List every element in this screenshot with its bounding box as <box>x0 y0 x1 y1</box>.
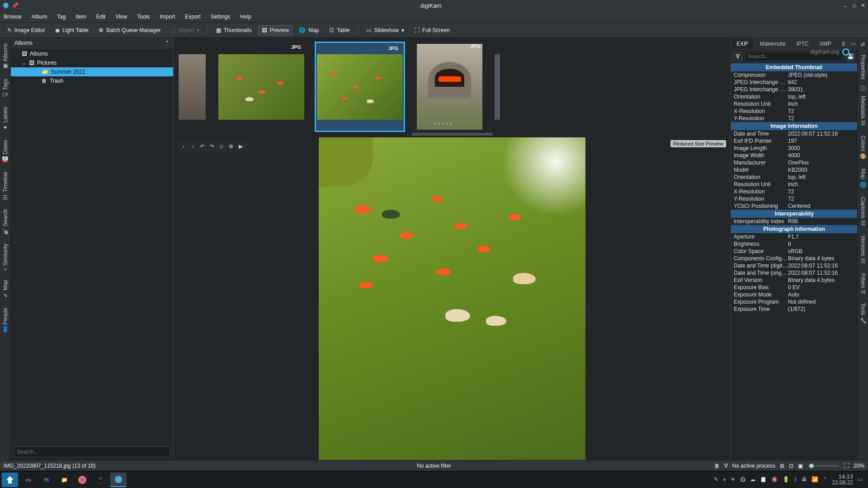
record-icon[interactable]: ● <box>723 476 726 483</box>
meta-row[interactable]: Exposure ProgramNot defined <box>731 298 857 305</box>
meta-row[interactable]: Interoperability IndexR98 <box>731 218 857 225</box>
tab-xmp[interactable]: XMP <box>814 38 837 49</box>
tab-properties[interactable]: Propertiesⓘ <box>858 51 868 90</box>
meta-row[interactable]: Exif VersionBinary data 4 bytes <box>731 277 857 284</box>
thumbnail-partial[interactable] <box>494 42 500 132</box>
meta-row[interactable]: YCbCr PositioningCentered <box>731 202 857 210</box>
printer-icon[interactable]: 🖶 <box>802 476 807 483</box>
wifi-icon[interactable]: 📶 <box>811 476 818 483</box>
task-discover[interactable]: 🛍 <box>38 473 54 487</box>
tab-similarity[interactable]: ≈Similarity <box>1 240 9 274</box>
menu-edit[interactable]: Edit <box>96 14 106 20</box>
thumbs-scrollbar[interactable] <box>411 133 493 136</box>
rotate-left-button[interactable]: ↶ <box>198 142 207 150</box>
zoom-full-icon[interactable]: ⛶ <box>844 463 849 469</box>
tab-versions[interactable]: Versions☰ <box>859 232 867 268</box>
menu-help[interactable]: Help <box>240 14 251 20</box>
menu-tools[interactable]: Tools <box>137 14 150 20</box>
tab-map[interactable]: ✎Map <box>1 276 9 302</box>
app-launcher[interactable] <box>2 473 18 487</box>
meta-row[interactable]: Image Length3000 <box>731 145 857 152</box>
meta-row[interactable]: Exposure ModeAuto <box>731 291 857 298</box>
tree-pictures[interactable]: ⌄ 🖼 Pictures <box>11 58 173 67</box>
clipboard-icon[interactable]: 📋 <box>760 476 767 483</box>
task-phone[interactable]: 📱 <box>92 473 108 487</box>
tab-tools[interactable]: Tools🔧 <box>859 299 867 328</box>
tab-exiftool[interactable]: E <box>837 38 851 49</box>
album-search-input[interactable] <box>14 446 170 457</box>
tree-root[interactable]: 🖼 Albums <box>11 49 173 58</box>
menu-import[interactable]: Import <box>160 14 175 20</box>
task-files[interactable]: 📁 <box>56 473 72 487</box>
tab-makernote[interactable]: Makernote <box>755 38 791 49</box>
menu-settings[interactable]: Settings <box>211 14 230 20</box>
meta-row[interactable]: Exif IFD Pointer197 <box>731 137 857 145</box>
save-metadata-button[interactable]: 💾 <box>845 52 855 61</box>
thumbnails-button[interactable]: ▦ Thumbnails <box>212 25 255 35</box>
power-icon[interactable]: ⏻ <box>740 476 745 483</box>
zoom-fit-icon[interactable]: ⊞ <box>780 463 784 469</box>
brightness-icon[interactable]: ☀ <box>731 476 736 483</box>
meta-row[interactable]: ModelKB2003 <box>731 166 857 174</box>
meta-row[interactable]: Exposure Time(1/872) <box>731 305 857 313</box>
meta-row[interactable]: Date and Time2022:08:07 11:52:16 <box>731 130 857 137</box>
menu-item[interactable]: Item <box>75 14 86 20</box>
minimize-button[interactable]: ⌄ <box>843 2 848 9</box>
tab-tags[interactable]: 🏷Tags <box>1 75 9 101</box>
metadata-list[interactable]: Embedded ThumbnailCompressionJPEG (old-s… <box>731 63 857 460</box>
slideshow-button[interactable]: ▭ Slideshow ▾ <box>363 25 408 35</box>
tab-scroll-left[interactable]: ‹ <box>851 41 853 47</box>
tab-albums[interactable]: ▣Albums <box>1 40 9 73</box>
thumbnail-partial[interactable] <box>176 42 208 132</box>
light-table-button[interactable]: ◉ Light Table <box>52 25 92 35</box>
meta-row[interactable]: CompressionJPEG (old-style) <box>731 71 857 79</box>
add-face-button[interactable]: ⊕ <box>227 142 235 150</box>
thumbnail[interactable]: JPG <box>216 42 307 132</box>
menu-tag[interactable]: Tag <box>57 14 66 20</box>
rotate-right-button[interactable]: ↷ <box>208 142 216 150</box>
meta-row[interactable]: ManufacturerOnePlus <box>731 159 857 166</box>
zoom-slider[interactable] <box>807 465 839 467</box>
menu-view[interactable]: View <box>115 14 127 20</box>
show-desktop-icon[interactable]: ▭ <box>858 476 863 483</box>
menu-album[interactable]: Album <box>32 14 47 20</box>
face-button[interactable]: ☺ <box>217 142 226 150</box>
tab-scroll-right[interactable]: › <box>854 41 856 47</box>
volume-icon[interactable]: 🔇 <box>771 476 778 483</box>
meta-row[interactable]: X-Resolution72 <box>731 108 857 115</box>
meta-row[interactable]: Resolution Unitinch <box>731 100 857 108</box>
menu-export[interactable]: Export <box>185 14 201 20</box>
meta-row[interactable]: JPEG Interchange Format842 <box>731 79 857 86</box>
close-button[interactable]: ✕ <box>861 2 865 9</box>
meta-row[interactable]: Color SpacesRGB <box>731 248 857 255</box>
preview-button[interactable]: 🖼 Preview <box>258 25 293 35</box>
cloud-icon[interactable]: ☁ <box>750 476 755 483</box>
collapse-icon[interactable]: ⌃ <box>165 40 170 46</box>
chevron-up-icon[interactable]: ⌃ <box>823 476 827 483</box>
tab-exif[interactable]: EXIF <box>731 38 755 49</box>
tab-map-right[interactable]: Map🌐 <box>859 165 867 191</box>
tab-dates[interactable]: 📅Dates <box>1 136 9 166</box>
meta-row[interactable]: Image Width4000 <box>731 152 857 159</box>
trash-icon[interactable]: 🗑 <box>714 463 720 469</box>
edit-icon[interactable]: ✎ <box>714 476 718 483</box>
tab-colors[interactable]: Colors🎨 <box>859 132 867 164</box>
table-button[interactable]: ☷ Table <box>326 25 354 35</box>
zoom-100-icon[interactable]: ⊡ <box>789 463 793 469</box>
image-editor-button[interactable]: ✎ Image Editor <box>4 25 49 35</box>
tab-filters[interactable]: Filters∇ <box>859 270 867 297</box>
meta-row[interactable]: ApertureF1.7 <box>731 233 857 240</box>
tree-summer-2022[interactable]: 📁 Summer 2022 <box>11 67 173 76</box>
task-digikam[interactable] <box>110 473 127 487</box>
zoom-sel-icon[interactable]: ▣ <box>798 463 803 469</box>
tab-timeline[interactable]: ☰Timeline <box>1 168 9 204</box>
filter-button[interactable]: ∇ <box>733 52 743 61</box>
battery-icon[interactable]: 🔋 <box>783 476 789 483</box>
meta-row[interactable]: Date and Time (original)2022:08:07 11:52… <box>731 269 857 277</box>
task-desktop[interactable]: ▭ <box>20 473 36 487</box>
import-button[interactable]: ⬚ Import ▾ <box>167 25 203 35</box>
meta-row[interactable]: Orientationtop, left <box>731 174 857 181</box>
clock[interactable]: 14:13 22.08.22 <box>832 474 853 486</box>
meta-row[interactable]: Exposure Bias0 EV <box>731 284 857 291</box>
tab-labels[interactable]: ★Labels <box>1 103 9 134</box>
